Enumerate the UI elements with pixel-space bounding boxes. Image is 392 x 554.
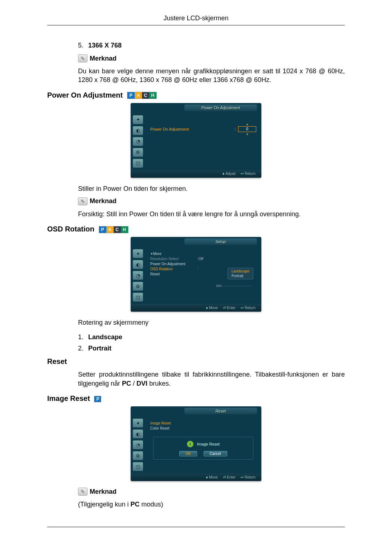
osd-footer: ♦Move ⏎Enter ↩Return <box>131 473 261 481</box>
note-icon: ✎ <box>78 197 87 205</box>
pach-badges: P A C H <box>99 226 128 233</box>
item-label: 1366 X 768 <box>88 42 122 49</box>
osd-menu-more[interactable]: More <box>150 252 256 256</box>
pach-badges: P A C H <box>127 92 157 99</box>
list-item: 5. 1366 X 768 <box>78 42 345 49</box>
osd-serial: S/N : - - - - - - - - - - - - - - <box>150 284 256 288</box>
osd-title: Reset <box>184 408 257 414</box>
osd-footer: ♦Adjust ↩Return <box>131 170 261 178</box>
section-title-text: Image Reset <box>47 394 90 402</box>
osd-tab-icon[interactable]: ⚙ <box>133 282 143 291</box>
badge-h: H <box>121 226 128 233</box>
osd-menu-item[interactable]: Color Reset <box>150 426 256 430</box>
osd-panel-power-on: Power On Adjustment ✦ ◐ ◔ ⚙ ◫ Power On A… <box>131 103 261 178</box>
item-number: 1. <box>78 333 88 341</box>
osd-hint-move: Move <box>209 306 218 310</box>
cancel-button[interactable]: Cancel <box>204 451 227 456</box>
osd-tab-icon[interactable]: ⚙ <box>133 148 143 157</box>
note-icon: ✎ <box>78 488 87 496</box>
osd-tab-icon[interactable]: ◔ <box>133 137 143 146</box>
osd-title: Power On Adjustment <box>184 104 257 111</box>
badge-a: A <box>106 226 114 233</box>
osd-hint-move: Move <box>209 475 218 479</box>
section-title-image-reset: Image Reset P <box>47 394 345 403</box>
note-text: Forsiktig: Still inn Power On tiden til … <box>78 210 345 218</box>
item-label: Portrait <box>88 345 111 352</box>
submenu-option-portrait[interactable]: Portrait <box>228 274 253 278</box>
osd-menu-item[interactable]: Power On Adjustment <box>150 262 256 266</box>
badge-a: A <box>135 92 142 99</box>
osd-hint-enter: Enter <box>227 475 236 479</box>
section-title-power-on: Power On Adjustment P A C H <box>47 91 345 99</box>
osd-tab-icon[interactable]: ◐ <box>133 430 143 438</box>
osd-hint-return: Return <box>245 306 256 310</box>
osd-tab-icon[interactable]: ◔ <box>133 271 143 280</box>
note-text: Du kan bare velge denne menyen når grafi… <box>78 67 345 85</box>
osd-rotation-desc: Rotering av skjermmeny <box>78 318 345 327</box>
note-label: Merknad <box>90 197 117 205</box>
osd-menu-item[interactable]: Image Reset <box>150 421 256 425</box>
osd-tab-icon[interactable]: ◔ <box>133 440 143 449</box>
badge-h: H <box>149 92 156 99</box>
osd-sidebar: ✦ ◐ ◔ ⚙ ◫ <box>131 248 145 303</box>
ok-button[interactable]: OK <box>179 451 197 456</box>
badge-p: P <box>127 92 135 99</box>
osd-sidebar: ✦ ◐ ◔ ⚙ ◫ <box>131 114 145 169</box>
list-item: 1. Landscape <box>78 333 345 341</box>
osd-tab-icon[interactable]: ◐ <box>133 260 143 269</box>
section-title-osd-rotation: OSD Rotation P A C H <box>47 225 345 233</box>
osd-tab-icon[interactable]: ◫ <box>133 159 143 168</box>
item-number: 5. <box>78 42 88 49</box>
page-title: Justere LCD-skjermen <box>47 15 345 25</box>
note: ✎ Merknad <box>78 54 345 62</box>
footer-divider <box>47 527 345 527</box>
item-label: Landscape <box>88 333 122 341</box>
submenu-option-landscape[interactable]: Landscape <box>228 269 253 274</box>
note-text: (Tilgjengelig kun i PC modus) <box>78 500 345 509</box>
list-item: 2. Portrait <box>78 345 345 352</box>
section-title-reset: Reset <box>47 357 345 366</box>
osd-value-box[interactable]: 0 <box>238 126 256 132</box>
note: ✎ Merknad <box>78 197 345 205</box>
osd-tab-icon[interactable]: ⚙ <box>133 451 143 460</box>
osd-panel-image-reset: Reset ✦ ◐ ◔ ⚙ ◫ Image Reset Color Reset … <box>131 406 261 481</box>
note: ✎ Merknad <box>78 488 345 496</box>
osd-title: Setup <box>184 238 257 245</box>
badge-p: P <box>94 396 101 402</box>
badge-c: C <box>114 226 121 233</box>
power-on-desc: Stiller in Power On tiden for skjermen. <box>78 184 345 193</box>
section-title-text: Power On Adjustment <box>47 91 123 99</box>
dialog-title: Image Reset <box>197 442 220 446</box>
osd-tab-icon[interactable]: ✦ <box>133 419 143 427</box>
osd-hint-enter: Enter <box>227 306 236 310</box>
badge-c: C <box>142 92 149 99</box>
note-icon: ✎ <box>78 54 87 62</box>
osd-tab-icon[interactable]: ✦ <box>133 115 143 124</box>
osd-sidebar: ✦ ◐ ◔ ⚙ ◫ <box>131 417 145 472</box>
osd-panel-rotation: Setup ✦ ◐ ◔ ⚙ ◫ More Resolution Select :… <box>131 237 261 312</box>
osd-setting-label: Power On Adjustment <box>150 127 234 131</box>
item-number: 2. <box>78 345 88 352</box>
osd-hint-adjust: Adjust <box>225 172 236 176</box>
osd-hint-return: Return <box>245 475 256 479</box>
osd-tab-icon[interactable]: ◐ <box>133 126 143 135</box>
osd-submenu[interactable]: Landscape Portrait <box>228 268 253 279</box>
osd-menu-item[interactable]: Resolution Select : Off <box>150 257 256 261</box>
osd-tab-icon[interactable]: ◫ <box>133 462 143 471</box>
osd-footer: ♦Move ⏎Enter ↩Return <box>131 304 261 312</box>
section-title-text: OSD Rotation <box>47 225 94 233</box>
note-label: Merknad <box>90 488 117 496</box>
badge-p: P <box>99 226 106 233</box>
info-icon: i <box>187 441 193 447</box>
reset-desc: Setter produktinnstillingene tilbake til… <box>78 370 345 388</box>
osd-hint-return: Return <box>245 172 256 176</box>
osd-tab-icon[interactable]: ✦ <box>133 249 143 258</box>
osd-dialog: i Image Reset OK Cancel <box>153 437 253 460</box>
osd-tab-icon[interactable]: ◫ <box>133 293 143 301</box>
note-label: Merknad <box>90 55 117 62</box>
